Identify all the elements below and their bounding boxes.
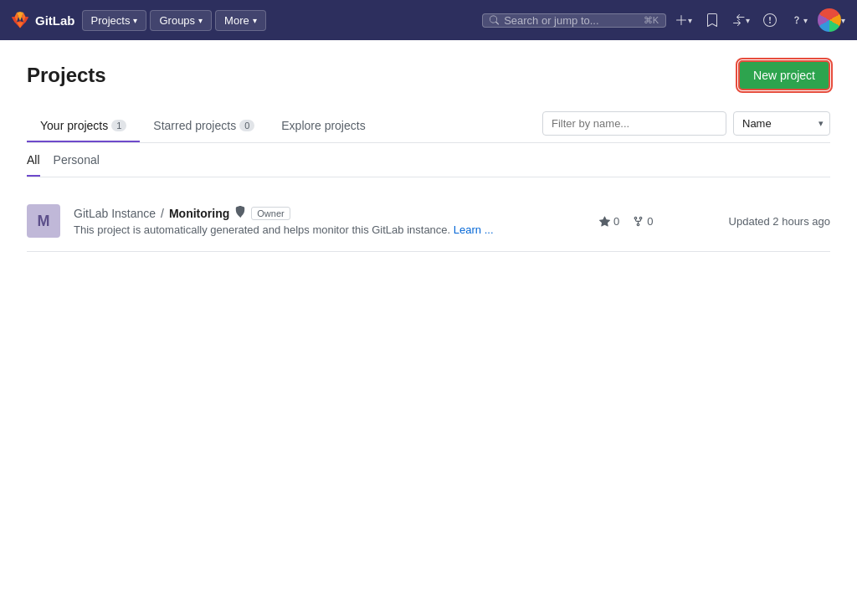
plus-icon (675, 13, 688, 27)
tabs-left: Your projects 1 Starred projects 0 Explo… (27, 110, 542, 142)
tab-explore-projects[interactable]: Explore projects (268, 110, 378, 142)
todo-icon (706, 13, 719, 27)
search-icon (490, 14, 499, 26)
subtab-personal[interactable]: Personal (54, 153, 100, 177)
projects-nav-button[interactable]: Projects ▾ (82, 10, 147, 31)
navbar: GitLab Projects ▾ Groups ▾ More ▾ ⌘K ▾ ▾ (0, 0, 857, 40)
help-chevron-icon: ▾ (803, 16, 808, 25)
search-bar[interactable]: ⌘K (482, 13, 666, 28)
fork-icon (633, 216, 644, 227)
project-updated: Updated 2 hours ago (713, 215, 830, 228)
avatar (818, 8, 841, 32)
starred-projects-count: 0 (239, 120, 254, 131)
tab-your-projects[interactable]: Your projects 1 (27, 110, 140, 142)
issues-icon (763, 13, 777, 27)
todo-button[interactable] (700, 10, 724, 30)
shield-icon (234, 206, 246, 220)
filter-input[interactable] (542, 111, 726, 136)
sort-select[interactable]: Name Last updated Created Stars (733, 111, 830, 136)
project-description: This project is automatically generated … (74, 223, 586, 236)
merge-chevron-icon: ▾ (746, 16, 750, 25)
fork-stat: 0 (633, 215, 653, 228)
star-stat: 0 (599, 215, 619, 228)
your-projects-count: 1 (111, 120, 126, 131)
gitlab-logo[interactable]: GitLab (10, 10, 75, 30)
avatar-button[interactable]: ▾ (816, 7, 847, 33)
subtab-all[interactable]: All (27, 153, 40, 177)
groups-nav-button[interactable]: Groups ▾ (150, 10, 212, 31)
search-input[interactable] (504, 14, 639, 27)
help-icon (790, 13, 803, 27)
projects-chevron-icon: ▾ (133, 16, 137, 25)
search-shortcut: ⌘K (644, 15, 659, 26)
project-avatar: M (27, 204, 60, 238)
owner-badge: Owner (251, 207, 290, 220)
tabs-bar: Your projects 1 Starred projects 0 Explo… (27, 110, 830, 143)
table-row: M GitLab Instance / Monitoring Owner Thi… (27, 191, 830, 252)
tab-starred-projects[interactable]: Starred projects 0 (140, 110, 268, 142)
sort-wrapper: Name Last updated Created Stars ▾ (733, 111, 830, 136)
page-header: Projects New project (27, 60, 830, 90)
project-list: M GitLab Instance / Monitoring Owner Thi… (27, 191, 830, 252)
avatar-chevron-icon: ▾ (841, 16, 845, 25)
merge-requests-icon (732, 13, 746, 27)
star-icon (599, 216, 610, 227)
main-content: Projects New project Your projects 1 Sta… (0, 40, 857, 616)
page-title: Projects (27, 64, 106, 87)
create-chevron-icon: ▾ (688, 16, 692, 25)
groups-chevron-icon: ▾ (198, 16, 203, 25)
project-name[interactable]: Monitoring (169, 207, 229, 220)
gitlab-logo-text: GitLab (35, 13, 75, 28)
project-slash: / (161, 207, 164, 220)
learn-more-link[interactable]: Learn ... (454, 223, 494, 236)
project-stats: 0 0 (599, 215, 700, 228)
more-chevron-icon: ▾ (253, 16, 257, 25)
gitlab-fox-icon (10, 10, 30, 30)
help-button[interactable]: ▾ (785, 10, 813, 30)
project-info: GitLab Instance / Monitoring Owner This … (74, 206, 586, 236)
project-name-row: GitLab Instance / Monitoring Owner (74, 206, 586, 220)
issues-button[interactable] (758, 10, 782, 30)
more-nav-button[interactable]: More ▾ (215, 10, 266, 31)
create-new-button[interactable]: ▾ (670, 10, 697, 30)
tabs-right: Name Last updated Created Stars ▾ (542, 111, 830, 142)
merge-requests-button[interactable]: ▾ (727, 10, 755, 30)
subtabs: All Personal (27, 143, 830, 177)
new-project-button[interactable]: New project (738, 60, 830, 90)
project-namespace: GitLab Instance (74, 207, 156, 220)
